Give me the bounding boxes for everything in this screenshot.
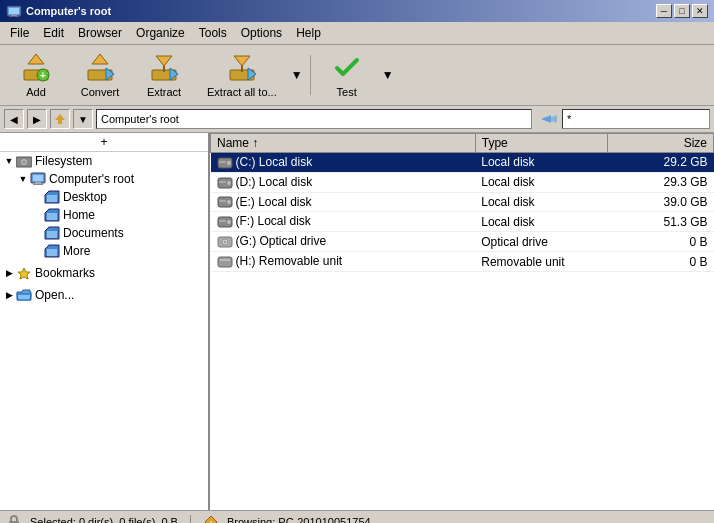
address-bar: ◀ ▶ ▼ [0, 106, 714, 133]
menu-organize[interactable]: Organize [130, 24, 191, 42]
open-label: Open... [35, 288, 74, 302]
table-row[interactable]: (H:) Removable unitRemovable unit0 B [211, 252, 714, 272]
status-separator [190, 515, 191, 524]
svg-rect-50 [218, 257, 232, 267]
tree-item-bookmarks[interactable]: ▶ Bookmarks [0, 264, 208, 282]
menu-edit[interactable]: Edit [37, 24, 70, 42]
tree-item-computers-root[interactable]: ▼ Computer's root [0, 170, 208, 188]
col-name[interactable]: Name ↑ [211, 134, 476, 153]
up-button[interactable] [50, 109, 70, 129]
removable-icon [217, 255, 233, 269]
close-button[interactable]: ✕ [692, 4, 708, 18]
file-type-cell: Optical drive [475, 232, 607, 252]
extract-all-label: Extract all to... [207, 86, 277, 98]
svg-rect-1 [9, 8, 19, 14]
hdd-icon [217, 195, 233, 209]
address-go-button[interactable] [535, 109, 559, 129]
svg-rect-46 [219, 220, 226, 222]
file-name-cell: (D:) Local disk [211, 172, 476, 192]
file-type-cell: Local disk [475, 172, 607, 192]
status-left-text: Selected: 0 dir(s), 0 file(s), 0 B [30, 516, 178, 524]
table-row[interactable]: (F:) Local diskLocal disk51.3 GB [211, 212, 714, 232]
table-row[interactable]: (G:) Optical driveOptical drive0 B [211, 232, 714, 252]
tree-add-button[interactable]: + [0, 133, 208, 152]
minimize-button[interactable]: ─ [656, 4, 672, 18]
file-type-cell: Local disk [475, 192, 607, 212]
table-row[interactable]: (E:) Local diskLocal disk39.0 GB [211, 192, 714, 212]
file-list-scroll[interactable]: Name ↑ Type Size (C:) Local diskLocal di… [210, 133, 714, 510]
up-icon [53, 112, 67, 126]
title-icon [6, 3, 22, 19]
filesystem-expand[interactable]: ▼ [2, 154, 16, 168]
right-panel: Name ↑ Type Size (C:) Local diskLocal di… [210, 133, 714, 510]
tree-item-more[interactable]: More [0, 242, 208, 260]
back-button[interactable]: ◀ [4, 109, 24, 129]
tree-item-home[interactable]: Home [0, 206, 208, 224]
file-size-cell: 0 B [608, 252, 714, 272]
file-type-cell: Local disk [475, 212, 607, 232]
left-panel: + ▼ Filesystem ▼ Computer's root [0, 133, 210, 510]
toolbar-separator [310, 55, 311, 95]
test-dropdown[interactable]: ▼ [381, 55, 395, 95]
computers-root-icon [30, 171, 46, 187]
svg-rect-43 [219, 200, 226, 202]
browse-icon: + [203, 514, 219, 524]
menu-browser[interactable]: Browser [72, 24, 128, 42]
file-name-text: (E:) Local disk [236, 195, 312, 209]
tree-item-filesystem[interactable]: ▼ Filesystem [0, 152, 208, 170]
address-dropdown-button[interactable]: ▼ [73, 109, 93, 129]
file-type-cell: Removable unit [475, 252, 607, 272]
open-expand[interactable]: ▶ [2, 288, 16, 302]
test-button[interactable]: Test [317, 49, 377, 101]
svg-rect-51 [220, 259, 230, 261]
svg-marker-19 [55, 114, 65, 120]
go-icon [537, 111, 557, 127]
status-bar: Selected: 0 dir(s), 0 file(s), 0 B + Bro… [0, 510, 714, 523]
hdd-icon [217, 215, 233, 229]
menu-help[interactable]: Help [290, 24, 327, 42]
add-button[interactable]: + Add [6, 49, 66, 101]
more-icon [44, 243, 60, 259]
file-name-text: (F:) Local disk [236, 214, 311, 228]
svg-rect-32 [47, 231, 57, 238]
svg-rect-27 [33, 175, 43, 181]
table-row[interactable]: (C:) Local diskLocal disk29.2 GB [211, 153, 714, 173]
col-type[interactable]: Type [475, 134, 607, 153]
convert-button[interactable]: Convert [70, 49, 130, 101]
extract-all-button[interactable]: Extract all to... [198, 49, 286, 101]
computers-root-expand[interactable]: ▼ [16, 172, 30, 186]
extract-button[interactable]: Extract [134, 49, 194, 101]
maximize-button[interactable]: □ [674, 4, 690, 18]
extract-all-icon [226, 52, 258, 84]
svg-point-42 [227, 200, 231, 204]
bookmarks-expand[interactable]: ▶ [2, 266, 16, 280]
file-size-cell: 0 B [608, 232, 714, 252]
extract-all-dropdown[interactable]: ▼ [290, 55, 304, 95]
toolbar: + Add Convert Extract Extract all to... [0, 45, 714, 106]
hdd-icon [217, 156, 233, 170]
test-icon [331, 52, 363, 84]
home-expand-spacer [30, 208, 44, 222]
svg-text:+: + [209, 519, 214, 524]
menu-options[interactable]: Options [235, 24, 288, 42]
svg-point-39 [227, 181, 231, 185]
filesystem-icon [16, 153, 32, 169]
menu-file[interactable]: File [4, 24, 35, 42]
tree-item-desktop[interactable]: Desktop [0, 188, 208, 206]
table-row[interactable]: (D:) Local diskLocal disk29.3 GB [211, 172, 714, 192]
menu-tools[interactable]: Tools [193, 24, 233, 42]
filter-input[interactable] [562, 109, 710, 129]
svg-marker-12 [156, 56, 172, 66]
file-type-cell: Local disk [475, 153, 607, 173]
title-bar: Computer's root ─ □ ✕ [0, 0, 714, 22]
forward-button[interactable]: ▶ [27, 109, 47, 129]
status-right-text: Browsing: PC-201010051754 [227, 516, 371, 524]
tree-item-open[interactable]: ▶ Open... [0, 286, 208, 304]
tree-item-documents[interactable]: Documents [0, 224, 208, 242]
address-input[interactable] [96, 109, 532, 129]
open-icon [16, 287, 32, 303]
documents-expand-spacer [30, 226, 44, 240]
col-size[interactable]: Size [608, 134, 714, 153]
file-size-cell: 29.3 GB [608, 172, 714, 192]
svg-rect-3 [9, 16, 19, 17]
